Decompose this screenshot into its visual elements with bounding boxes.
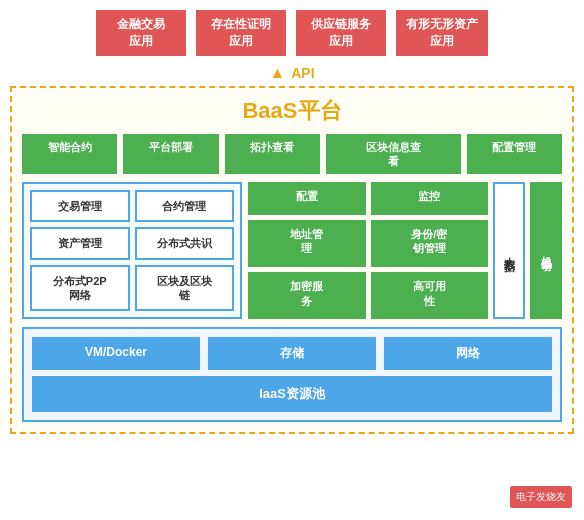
cell-contract-mgmt: 合约管理: [135, 190, 235, 222]
right-center-grid: 配置 监控 地址管理 身份/密钥管理 加密服务 高可用性: [248, 182, 488, 319]
infra-container: VM/Docker 存储 网络 IaaS资源池: [22, 327, 562, 422]
cell-storage: 存储: [208, 337, 376, 370]
watermark: 电子发烧友: [510, 486, 572, 508]
app-proof: 存在性证明应用: [196, 10, 286, 56]
left-block: 交易管理 合约管理 资产管理 分布式共识 分布式P2P网络 区块及区块链: [22, 182, 242, 319]
cell-asset-mgmt: 资产管理: [30, 227, 130, 259]
tall-bigdata: 大数据: [493, 182, 525, 319]
left-grid: 交易管理 合约管理 资产管理 分布式共识 分布式P2P网络 区块及区块链: [30, 190, 234, 311]
btn-platform-deploy: 平台部署: [123, 134, 218, 175]
cell-config: 配置: [248, 182, 366, 215]
green-top-row: 智能合约 平台部署 拓扑查看 区块信息查看 配置管理: [22, 134, 562, 175]
btn-topology: 拓扑查看: [225, 134, 320, 175]
cell-tx-mgmt: 交易管理: [30, 190, 130, 222]
right-sidebar: 大数据 机器学习: [493, 182, 562, 319]
cell-network: 网络: [384, 337, 552, 370]
btn-block-info: 区块信息查看: [326, 134, 461, 175]
app-financial: 金融交易应用: [96, 10, 186, 56]
btn-smart-contract: 智能合约: [22, 134, 117, 175]
baas-container: BaaS平台 智能合约 平台部署 拓扑查看 区块信息查看 配置管理 交易管理 合…: [10, 86, 574, 435]
cell-distributed-consensus: 分布式共识: [135, 227, 235, 259]
api-row: ▲ API: [10, 64, 574, 82]
iaas-row: IaaS资源池: [32, 376, 552, 412]
infra-row1: VM/Docker 存储 网络: [32, 337, 552, 370]
right-block: 配置 监控 地址管理 身份/密钥管理 加密服务 高可用性 大数据 机器学习: [248, 182, 562, 319]
cell-vm-docker: VM/Docker: [32, 337, 200, 370]
cell-crypto-service: 加密服务: [248, 272, 366, 319]
main-container: 金融交易应用 存在性证明应用 供应链服务应用 有形无形资产应用 ▲ API Ba…: [0, 0, 584, 520]
app-assets: 有形无形资产应用: [396, 10, 488, 56]
cell-blockchain: 区块及区块链: [135, 265, 235, 312]
api-label: API: [291, 65, 314, 81]
app-supply: 供应链服务应用: [296, 10, 386, 56]
api-arrow-icon: ▲: [269, 64, 285, 82]
middle-section: 交易管理 合约管理 资产管理 分布式共识 分布式P2P网络 区块及区块链 配置 …: [22, 182, 562, 319]
cell-high-availability: 高可用性: [371, 272, 489, 319]
btn-config-mgmt: 配置管理: [467, 134, 562, 175]
tall-ml: 机器学习: [530, 182, 562, 319]
cell-address-mgmt: 地址管理: [248, 220, 366, 267]
cell-identity-mgmt: 身份/密钥管理: [371, 220, 489, 267]
cell-monitor: 监控: [371, 182, 489, 215]
cell-p2p-network: 分布式P2P网络: [30, 265, 130, 312]
apps-row: 金融交易应用 存在性证明应用 供应链服务应用 有形无形资产应用: [10, 10, 574, 56]
baas-title: BaaS平台: [22, 96, 562, 126]
